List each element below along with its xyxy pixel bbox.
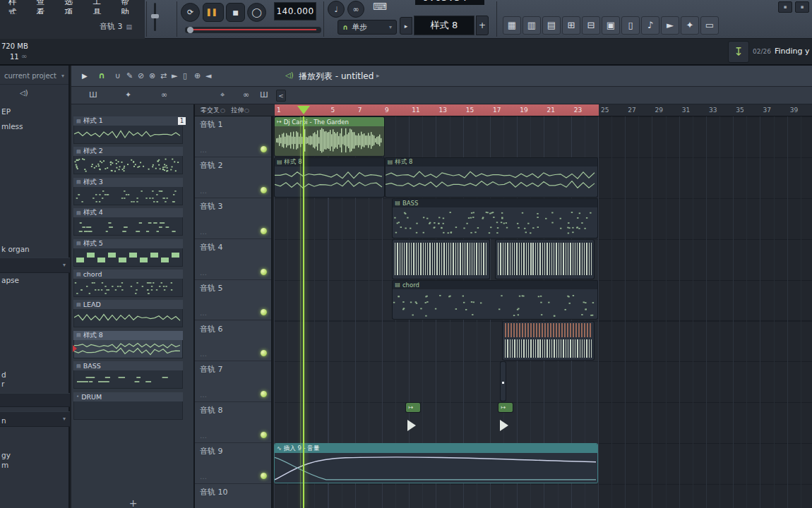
pattern-item-header[interactable]: ▤chord — [73, 270, 183, 279]
delete-icon[interactable]: ⊘ — [138, 71, 144, 80]
clip-pattern[interactable]: ▤chord — [393, 281, 597, 320]
browser-header[interactable]: current project ▾ — [0, 67, 68, 85]
track-mute-led[interactable] — [261, 146, 267, 152]
pattern-item-header[interactable]: ▤BASS — [73, 361, 183, 370]
track-header-row[interactable]: 音轨 10… — [195, 484, 273, 508]
track-options[interactable]: … — [200, 309, 208, 317]
song-loop-button[interactable]: ⟳ — [181, 3, 200, 22]
track-mute-led[interactable] — [261, 350, 267, 356]
piano-roll-button[interactable]: ⊟ — [582, 16, 600, 35]
record-button[interactable]: ◯ — [247, 3, 266, 22]
clip-pattern[interactable]: ▤BASS — [393, 199, 597, 238]
pattern-item-header[interactable]: ▤样式 2 — [73, 147, 183, 156]
track-options[interactable]: … — [200, 146, 208, 154]
tempo-display[interactable]: 140.000 — [274, 2, 316, 20]
zoom-icon[interactable]: ⊕ — [194, 71, 201, 80]
picker-mode-icon[interactable]: Ш — [89, 90, 97, 99]
collapse-icon[interactable]: < — [276, 90, 286, 102]
pattern-add-button[interactable]: + — [476, 16, 489, 35]
browser-item[interactable]: apse — [1, 276, 19, 284]
playhead-line[interactable] — [303, 116, 304, 508]
clip-pattern[interactable]: ▤样式 8 — [386, 158, 597, 197]
step-mode-dropdown[interactable]: ∩ 单步 ▾ — [338, 20, 397, 35]
track-header-row[interactable]: 音轨 2… — [195, 157, 273, 198]
track-header-row[interactable]: 音轨 5… — [195, 280, 273, 321]
pattern-item-header[interactable]: ▤LEAD — [73, 300, 183, 309]
stop-button[interactable]: ■ — [226, 3, 245, 22]
document-button[interactable]: ▯ — [621, 16, 640, 35]
browser-item[interactable]: d — [1, 370, 6, 379]
browser-item[interactable]: n — [1, 416, 6, 425]
clip-stripes[interactable] — [496, 240, 595, 279]
panel-button-1[interactable]: ▪ — [778, 1, 792, 13]
track-header-row[interactable]: 音轨 4… — [195, 239, 273, 280]
pattern-preview[interactable] — [73, 370, 183, 389]
track-header-row[interactable]: 音轨 6… — [195, 321, 273, 362]
browser-item[interactable]: gy — [1, 451, 11, 459]
track-mute-led[interactable] — [261, 473, 267, 479]
pattern-preview[interactable] — [73, 187, 183, 205]
pattern-item[interactable]: ▤样式 2 — [73, 147, 183, 175]
pattern-item-header[interactable]: ▤样式 1 — [73, 116, 183, 126]
wait-input-button[interactable]: ∞ — [347, 1, 364, 18]
audio-option-toggle[interactable]: 零交叉○ — [201, 106, 225, 115]
link-tool-icon[interactable]: ∞ — [243, 90, 249, 99]
clip-pattern[interactable]: ▤样式 8 — [275, 158, 384, 197]
track-mute-led[interactable] — [261, 309, 267, 315]
clip-sliver[interactable] — [501, 362, 506, 401]
track-options[interactable]: … — [200, 187, 208, 195]
pattern-item[interactable]: ▤样式 5 — [73, 239, 183, 267]
pattern-preview[interactable] — [73, 126, 183, 144]
typing-keyboard-icon[interactable]: ⌨ — [373, 1, 387, 12]
track-mute-led[interactable] — [261, 391, 267, 397]
channel-rack-button[interactable]: ▤ — [542, 16, 561, 35]
speaker-icon[interactable]: ◁) — [285, 71, 294, 79]
pattern-item[interactable]: •DRUM — [73, 392, 183, 421]
export-button[interactable]: ► — [661, 16, 679, 35]
slip-icon[interactable]: ⇄ — [160, 71, 167, 80]
clip-stripes[interactable] — [393, 240, 489, 279]
clip-mini-audio[interactable]: ↦ — [498, 403, 512, 442]
track-header-row[interactable]: 音轨 8… — [195, 402, 273, 443]
track-options[interactable]: … — [200, 432, 208, 440]
pattern-preview[interactable] — [73, 217, 183, 236]
browser-item[interactable]: mless — [1, 122, 23, 131]
track-options[interactable]: … — [200, 473, 208, 480]
browser-category-band[interactable]: ▾ — [0, 258, 70, 273]
pattern-selector[interactable]: 样式 8 — [414, 16, 474, 35]
track-options[interactable]: … — [200, 350, 208, 358]
selected-track-display[interactable]: 音轨 3 ▤ — [0, 14, 145, 39]
pattern-item[interactable]: ▤样式 3 — [73, 178, 183, 206]
pattern-preview[interactable] — [73, 340, 183, 358]
step-editor-button[interactable]: ⊞ — [562, 16, 580, 35]
pattern-item[interactable]: ▤样式 1 — [73, 116, 183, 145]
browser-item[interactable]: k organ — [1, 245, 30, 253]
pattern-preview[interactable] — [73, 401, 183, 420]
draw-icon[interactable]: ✎ — [126, 71, 133, 80]
audio-option-toggle[interactable]: 拉伸○ — [231, 106, 249, 115]
browser-item[interactable]: EP — [1, 107, 11, 116]
track-mute-led[interactable] — [261, 187, 267, 193]
pattern-item[interactable]: ▤样式 4 — [73, 208, 183, 236]
mixer-button[interactable]: ▥ — [523, 16, 541, 35]
select-icon[interactable]: ► — [172, 71, 177, 80]
playhead-marker[interactable] — [297, 106, 310, 114]
clip-dual-stripes[interactable] — [503, 322, 594, 361]
track-options[interactable]: … — [200, 228, 208, 236]
track-header-row[interactable]: 音轨 7… — [195, 361, 273, 402]
pattern-item[interactable]: ▤LEAD — [73, 300, 183, 328]
mute-icon[interactable]: ⊗ — [149, 71, 155, 80]
pattern-prev-button[interactable]: ▸ — [400, 17, 412, 35]
pause-button[interactable]: ▌▌ — [203, 3, 224, 22]
pattern-preview[interactable] — [73, 279, 183, 297]
pattern-preview[interactable] — [73, 309, 183, 327]
browser-item[interactable]: m — [1, 461, 8, 469]
track-options[interactable]: … — [200, 391, 208, 399]
picker-star-icon[interactable]: ✦ — [125, 90, 131, 99]
pattern-item[interactable]: ▤chord — [73, 270, 183, 298]
track-header-row[interactable]: 音轨 1… — [195, 116, 273, 157]
shuffle-knob[interactable] — [187, 27, 193, 33]
track-mute-led[interactable] — [261, 432, 267, 438]
pattern-item-header[interactable]: ▤样式 5 — [73, 239, 183, 248]
timeline-ruler[interactable]: 1579111315171921232527293133353739 — [274, 104, 812, 116]
